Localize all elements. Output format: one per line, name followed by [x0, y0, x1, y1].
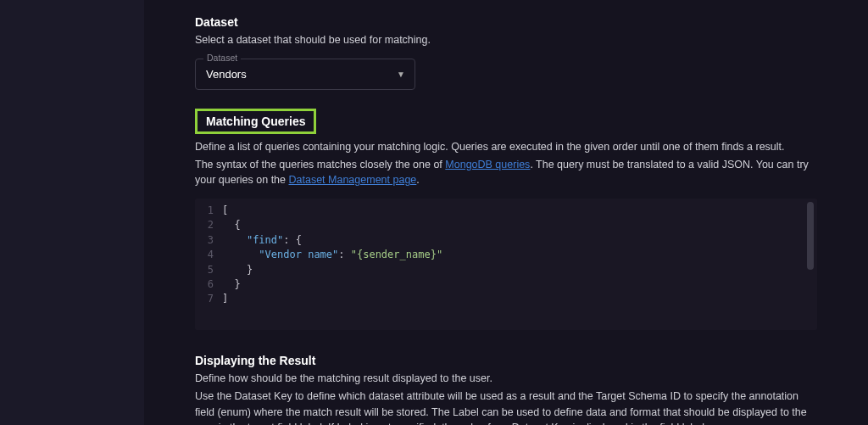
code-key: "Vendor name"	[259, 249, 338, 260]
dataset-select-value[interactable]: Vendors	[195, 59, 415, 90]
scroll-thumb[interactable]	[807, 202, 814, 270]
line-number: 1	[195, 204, 214, 218]
editor-code[interactable]: [ { "find": { "Vendor name": "{sender_na…	[222, 204, 817, 325]
line-number: 5	[195, 263, 214, 277]
line-number: 2	[195, 218, 214, 232]
dataset-select-label: Dataset	[203, 53, 241, 63]
result-section-desc1: Define how should be the matching result…	[195, 371, 817, 387]
code-text: [	[222, 204, 228, 216]
code-string: "{sender_name}"	[351, 249, 442, 260]
code-text	[222, 234, 247, 246]
code-text	[222, 249, 259, 260]
result-section-desc2: Use the Dataset Key to define which data…	[195, 389, 817, 425]
result-section-title: Displaying the Result	[195, 354, 817, 367]
main-content: Dataset Select a dataset that should be …	[144, 0, 868, 425]
code-text: : {	[283, 234, 302, 246]
matching-queries-section: Matching Queries Define a list of querie…	[195, 109, 817, 330]
editor-gutter: 1 2 3 4 5 6 7	[195, 204, 222, 325]
matching-queries-desc-line2: The syntax of the queries matches closel…	[195, 157, 817, 189]
code-text: {	[222, 219, 241, 231]
dataset-section-title: Dataset	[195, 15, 817, 29]
matching-queries-title: Matching Queries	[206, 115, 305, 128]
code-key: "find"	[247, 234, 283, 246]
text-fragment: The syntax of the queries matches closel…	[195, 159, 445, 171]
mongodb-queries-link[interactable]: MongoDB queries	[445, 159, 530, 171]
line-number: 3	[195, 233, 214, 248]
matching-queries-desc-line1: Define a list of queries containing your…	[195, 139, 817, 155]
code-text: :	[338, 249, 350, 260]
query-editor[interactable]: 1 2 3 4 5 6 7 [ { "find": { "Vendor name…	[195, 199, 817, 330]
editor-scrollbar[interactable]	[805, 202, 814, 327]
code-text: }	[222, 264, 253, 276]
dataset-section-desc: Select a dataset that should be used for…	[195, 32, 817, 48]
dataset-management-link[interactable]: Dataset Management page	[289, 174, 417, 186]
code-text: }	[222, 278, 241, 290]
sidebar-nav	[0, 0, 144, 425]
matching-queries-title-highlight: Matching Queries	[195, 109, 316, 134]
dataset-select[interactable]: Dataset Vendors ▼	[195, 59, 415, 90]
line-number: 6	[195, 277, 214, 292]
line-number: 7	[195, 292, 214, 306]
line-number: 4	[195, 248, 214, 262]
code-text: ]	[222, 293, 228, 305]
text-fragment: .	[416, 174, 419, 186]
